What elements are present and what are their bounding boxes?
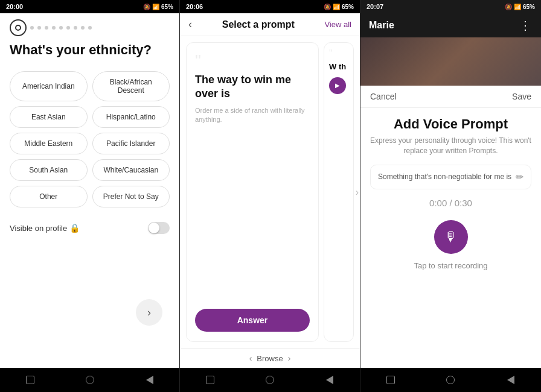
visible-label: Visible on profile bbox=[10, 224, 67, 233]
ethnicity-title: What's your ethnicity? bbox=[10, 42, 170, 58]
s2-header: ‹ Select a prompt View all bbox=[180, 13, 360, 36]
time-3: 20:07 bbox=[367, 3, 383, 10]
profile-photo-area bbox=[360, 37, 541, 86]
tap-to-record-label: Tap to start recording bbox=[414, 261, 487, 270]
cancel-button[interactable]: Cancel bbox=[370, 92, 397, 101]
nav-square-2[interactable] bbox=[204, 374, 216, 386]
select-prompt-title: Select a prompt bbox=[222, 19, 295, 30]
dot-10 bbox=[88, 26, 92, 30]
status-bar-3: 20:07 🔕 📶 65% bbox=[360, 0, 541, 13]
edit-prompt-icon[interactable]: ✏ bbox=[516, 171, 523, 183]
dot-9 bbox=[81, 26, 85, 30]
add-voice-prompt-modal: Cancel Save Add Voice Prompt Express you… bbox=[360, 86, 541, 368]
s2-cards-area: " The way to win me over is Order me a s… bbox=[180, 36, 360, 348]
visible-on-profile-row: Visible on profile 🔒 bbox=[0, 212, 179, 244]
visible-toggle[interactable] bbox=[148, 222, 170, 234]
prompt-selected-text: Something that's non-negotiable for me i… bbox=[378, 172, 516, 181]
view-all-link[interactable]: View all bbox=[324, 20, 351, 29]
dot-2 bbox=[30, 26, 34, 30]
nav-circle-2[interactable] bbox=[264, 374, 276, 386]
screen2: 20:06 🔕 📶 65% ‹ Select a prompt View all… bbox=[180, 0, 360, 392]
dot-circle bbox=[10, 19, 27, 36]
card1-title: The way to win me over is bbox=[195, 73, 310, 100]
modal-subtitle: Express your personality through voice! … bbox=[370, 136, 531, 156]
browse-label[interactable]: Browse bbox=[257, 354, 283, 363]
nav-bar-1 bbox=[0, 368, 179, 392]
next-arrow: › bbox=[147, 306, 151, 319]
visible-label-container: Visible on profile 🔒 bbox=[10, 223, 80, 233]
start-recording-button[interactable]: 🎙 bbox=[434, 220, 468, 254]
nav-square-1[interactable] bbox=[24, 374, 36, 386]
dot-inner bbox=[15, 25, 21, 31]
ethnicity-btn-south-asian[interactable]: South Asian bbox=[10, 159, 88, 181]
back-button[interactable]: ‹ bbox=[188, 18, 192, 31]
toggle-knob bbox=[149, 223, 159, 233]
nav-circle-1[interactable] bbox=[84, 374, 96, 386]
nav-square-3[interactable] bbox=[385, 374, 397, 386]
prompt-card-2-partial: " W th ▶ bbox=[324, 42, 354, 342]
card2-title: W th bbox=[329, 62, 348, 72]
dot-4 bbox=[45, 26, 48, 30]
browse-left-arrow[interactable]: ‹ bbox=[249, 353, 252, 363]
prompt-card-1: " The way to win me over is Order me a s… bbox=[186, 42, 319, 342]
status-icons-1: 🔕 📶 65% bbox=[143, 4, 173, 10]
ethnicity-grid: American Indian Black/African Descent Ea… bbox=[0, 71, 179, 207]
more-options-icon[interactable]: ⋮ bbox=[519, 18, 533, 33]
ethnicity-btn-american-indian[interactable]: American Indian bbox=[10, 71, 88, 101]
next-button[interactable]: › bbox=[136, 299, 162, 326]
dot-7 bbox=[66, 26, 70, 30]
modal-body: Add Voice Prompt Express your personalit… bbox=[360, 108, 541, 368]
profile-name: Marie bbox=[369, 20, 394, 31]
dot-5 bbox=[52, 26, 56, 30]
ethnicity-btn-other[interactable]: Other bbox=[10, 186, 88, 207]
ethnicity-btn-prefer-not[interactable]: Prefer Not to Say bbox=[92, 186, 170, 207]
answer-button[interactable]: Answer bbox=[195, 309, 310, 332]
status-bar-2: 20:06 🔕 📶 65% bbox=[180, 0, 360, 13]
status-icons-3: 🔕 📶 65% bbox=[505, 4, 535, 10]
quote-icon-1: " bbox=[195, 52, 310, 69]
time-2: 20:06 bbox=[186, 3, 203, 10]
time-1: 20:00 bbox=[6, 3, 23, 10]
nav-bar-2 bbox=[180, 368, 360, 392]
quote-icon-2: " bbox=[329, 49, 348, 58]
ethnicity-btn-hispanic[interactable]: Hispanic/Latino bbox=[92, 106, 170, 128]
card2-answer-btn[interactable]: ▶ bbox=[329, 77, 346, 94]
dot-6 bbox=[59, 26, 63, 30]
cards-chevron-right: › bbox=[356, 187, 359, 198]
ethnicity-btn-pacific-islander[interactable]: Pacific Islander bbox=[92, 133, 170, 154]
browse-row: ‹ Browse › bbox=[180, 348, 360, 368]
s3-topbar: Marie ⋮ bbox=[360, 13, 541, 37]
nav-bar-3 bbox=[360, 368, 541, 392]
card1-subtitle: Order me a side of ranch with literally … bbox=[195, 106, 310, 125]
save-button[interactable]: Save bbox=[512, 92, 531, 101]
status-icons-2: 🔕 📶 65% bbox=[324, 4, 354, 10]
nav-back-3[interactable] bbox=[505, 374, 517, 386]
microphone-icon: 🎙 bbox=[444, 229, 458, 245]
ethnicity-btn-east-asian[interactable]: East Asian bbox=[10, 106, 88, 128]
recording-timer: 0:00 / 0:30 bbox=[370, 198, 531, 208]
mic-area: 🎙 Tap to start recording bbox=[370, 220, 531, 276]
status-bar-1: 20:00 🔕 📶 65% bbox=[0, 0, 179, 13]
dot-3 bbox=[37, 26, 41, 30]
modal-title: Add Voice Prompt bbox=[370, 116, 531, 132]
browse-right-arrow[interactable]: › bbox=[288, 353, 291, 363]
modal-header: Cancel Save bbox=[360, 86, 541, 108]
lock-icon: 🔒 bbox=[69, 223, 80, 233]
prompt-selection-box[interactable]: Something that's non-negotiable for me i… bbox=[370, 165, 531, 189]
screen3: 20:07 🔕 📶 65% Marie ⋮ Cancel Save Add Vo… bbox=[360, 0, 541, 392]
nav-back-1[interactable] bbox=[144, 374, 156, 386]
s1-top: What's your ethnicity? bbox=[0, 13, 179, 71]
dot-8 bbox=[74, 26, 77, 30]
profile-photo bbox=[360, 37, 541, 86]
nav-back-2[interactable] bbox=[324, 374, 336, 386]
nav-circle-3[interactable] bbox=[444, 374, 456, 386]
ethnicity-btn-middle-eastern[interactable]: Middle Eastern bbox=[10, 133, 88, 154]
ethnicity-btn-black-african[interactable]: Black/African Descent bbox=[92, 71, 170, 101]
screen1: 20:00 🔕 📶 65% bbox=[0, 0, 180, 392]
progress-dots bbox=[10, 19, 170, 36]
ethnicity-btn-white-caucasian[interactable]: White/Caucasian bbox=[92, 159, 170, 181]
